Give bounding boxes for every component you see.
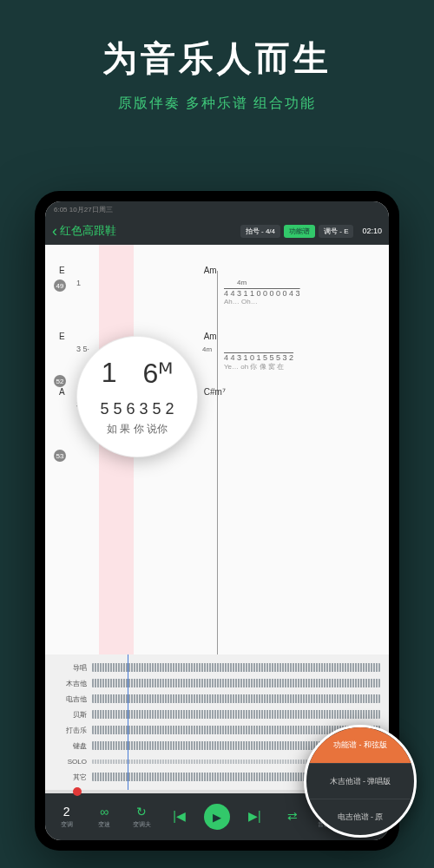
ctrl-▶[interactable]: ▶ [199, 804, 234, 830]
mag-notes: 5 5 6 3 5 2 [100, 400, 174, 418]
track-电吉他[interactable]: 电吉他 [54, 691, 380, 707]
track-label: 其它 [54, 773, 87, 782]
ctrl-变调夫[interactable]: ↻变调夫 [124, 805, 160, 829]
playhead[interactable] [128, 654, 128, 790]
waveform [92, 663, 380, 672]
bar-num: 49 [54, 279, 66, 292]
ctrl-变速[interactable]: ∞变速 [86, 805, 122, 829]
mag-top: 16ᴹ [102, 357, 174, 390]
track-label: 打击乐 [54, 726, 87, 735]
score-popup: 功能谱 - 和弦版木吉他谱 - 弹唱版电吉他谱 - 原 [304, 725, 417, 838]
track-label: 木吉他 [54, 679, 87, 688]
ctrl-icon: ∞ [100, 805, 108, 819]
track-label: 贝斯 [54, 710, 87, 720]
bar-num: 52 [54, 375, 66, 387]
magnifier: 16ᴹ 5 5 6 3 5 2 如 果 你 说你 [76, 336, 198, 457]
ctrl-icon: ↻ [136, 805, 147, 819]
track-label: 导唱 [54, 663, 87, 673]
waveform [92, 710, 380, 719]
progress-handle[interactable] [73, 787, 82, 796]
ctrl-▶|[interactable]: ▶| [237, 809, 273, 825]
ctrl-icon: ⇄ [287, 809, 298, 823]
notes-right: 4 4 3 1 0 1 5 5 5 3 2 [224, 353, 375, 362]
notes-right: 4 4 3 1 1 0 0 0 0 0 4 3 [224, 289, 375, 298]
ctrl-label: 变调 [61, 820, 73, 829]
song-time: 02:10 [362, 227, 382, 235]
play-icon: ▶ [204, 804, 230, 830]
sheet-area[interactable]: EAm4914m4 4 3 1 1 0 0 0 0 0 4 3Ah… Oh…EA… [45, 245, 389, 654]
lyrics: Ah… Oh… [224, 298, 375, 306]
ctrl-value: 2 [63, 805, 70, 819]
pill-功能谱[interactable]: 功能谱 [284, 225, 315, 238]
bar-num: 53 [54, 450, 66, 462]
back-button[interactable]: 红色高跟鞋 [52, 222, 116, 240]
pill-调号 - E[interactable]: 调号 - E [319, 225, 353, 238]
track-导唱[interactable]: 导唱 [54, 660, 380, 675]
pill-group: 拍号 - 4/4功能谱调号 - E [240, 225, 354, 238]
ctrl-label: 变速 [98, 820, 110, 829]
status-bar: 6:05 10月27日周三 [45, 201, 389, 217]
mag-lyrics: 如 果 你 说你 [107, 422, 168, 437]
track-木吉他[interactable]: 木吉他 [54, 675, 380, 691]
ctrl-icon: |◀ [173, 809, 186, 823]
ctrl-|◀[interactable]: |◀ [161, 809, 197, 825]
popup-item[interactable]: 木吉他谱 - 弹唱版 [306, 764, 414, 800]
waveform [92, 694, 380, 703]
ctrl-变调[interactable]: 2变调 [49, 805, 84, 829]
hero-title: 为音乐人而生 [0, 35, 434, 82]
pill-拍号 - 4/4[interactable]: 拍号 - 4/4 [240, 225, 280, 238]
track-label: SOLO [54, 758, 87, 766]
track-label: 键盘 [54, 741, 87, 751]
ctrl-icon: ▶| [248, 809, 261, 823]
tablet-frame: 6:05 10月27日周三 红色高跟鞋 拍号 - 4/4功能谱调号 - E 02… [35, 191, 399, 851]
track-贝斯[interactable]: 贝斯 [54, 707, 380, 722]
lyrics: Ye… oh 你 像 窝 在 [224, 362, 375, 372]
top-bar: 红色高跟鞋 拍号 - 4/4功能谱调号 - E 02:10 [45, 217, 389, 245]
ctrl-label: 变调夫 [133, 820, 151, 829]
ctrl-⇄[interactable]: ⇄ [274, 809, 310, 825]
hero-subtitle: 原版伴奏 多种乐谱 组合功能 [0, 95, 434, 113]
waveform [92, 679, 380, 687]
track-label: 电吉他 [54, 694, 87, 704]
